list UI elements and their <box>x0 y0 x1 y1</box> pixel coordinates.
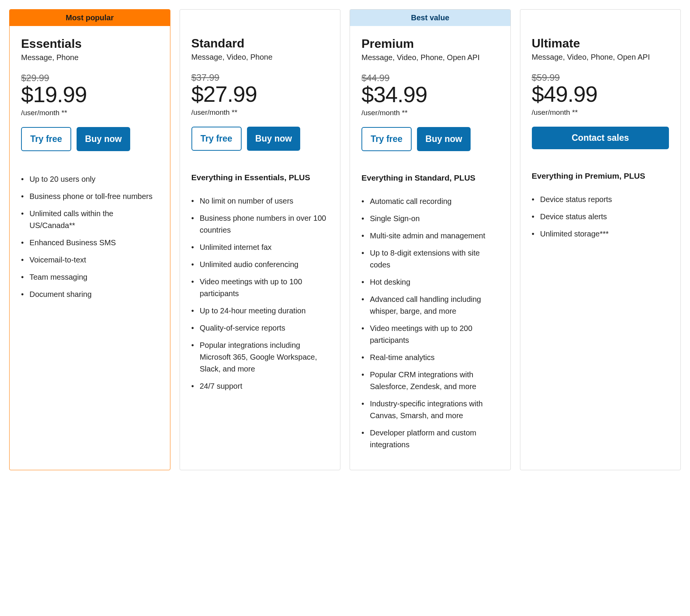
try-free-button[interactable]: Try free <box>361 127 412 151</box>
feature-item: Unlimited calls within the US/Canada** <box>21 208 159 231</box>
feature-item: Real-time analytics <box>361 352 499 363</box>
feature-item: Single Sign-on <box>361 213 499 225</box>
plan-badge: Most popular <box>10 10 170 26</box>
feature-item: Device status alerts <box>532 211 669 223</box>
buy-now-button[interactable]: Buy now <box>77 127 130 151</box>
feature-item: Hot desking <box>361 276 499 288</box>
plan-price-unit: /user/month ** <box>21 109 159 117</box>
plan-card-premium: Best valuePremiumMessage, Video, Phone, … <box>350 9 511 470</box>
feature-item: Video meetings with up to 100 participan… <box>191 276 329 300</box>
plus-heading: Everything in Premium, PLUS <box>532 171 669 181</box>
plan-body: UltimateMessage, Video, Phone, Open API$… <box>520 10 681 470</box>
plan-price: $49.99 <box>532 83 669 105</box>
feature-list: Up to 20 users onlyBusiness phone or tol… <box>21 173 159 306</box>
plan-price: $34.99 <box>361 83 499 106</box>
plan-badge: Best value <box>350 10 510 26</box>
plan-price-unit: /user/month ** <box>532 108 669 117</box>
cta-row: Try freeBuy now <box>21 127 159 151</box>
plan-body: EssentialsMessage, Phone$29.99$19.99/use… <box>10 26 170 470</box>
plus-heading: Everything in Standard, PLUS <box>361 173 499 183</box>
feature-item: Up to 24-hour meeting duration <box>191 305 329 317</box>
plan-name: Ultimate <box>532 36 669 51</box>
plan-price: $19.99 <box>21 83 159 106</box>
feature-list: Device status reportsDevice status alert… <box>532 194 669 245</box>
feature-item: Unlimited internet fax <box>191 241 329 253</box>
feature-item: Up to 8-digit extensions with site codes <box>361 247 499 271</box>
feature-list: Automatic call recordingSingle Sign-onMu… <box>361 196 499 456</box>
feature-item: Business phone numbers in over 100 count… <box>191 212 329 236</box>
buy-now-button[interactable]: Buy now <box>247 127 301 151</box>
feature-item: Industry-specific integrations with Canv… <box>361 398 499 422</box>
buy-now-button[interactable]: Buy now <box>417 127 471 151</box>
try-free-button[interactable]: Try free <box>21 127 71 151</box>
cta-row: Contact sales <box>532 127 669 149</box>
feature-item: Business phone or toll-free numbers <box>21 191 159 202</box>
plan-card-standard: StandardMessage, Video, Phone$37.99$27.9… <box>180 9 341 470</box>
feature-item: 24/7 support <box>191 380 329 392</box>
feature-item: Popular CRM integrations with Salesforce… <box>361 369 499 393</box>
feature-item: Multi-site admin and management <box>361 230 499 242</box>
contact-sales-button[interactable]: Contact sales <box>532 127 669 149</box>
feature-list: No limit on number of usersBusiness phon… <box>191 195 329 398</box>
feature-item: Quality-of-service reports <box>191 322 329 334</box>
feature-item: Device status reports <box>532 194 669 205</box>
plan-name: Standard <box>191 36 329 51</box>
plus-heading: Everything in Essentials, PLUS <box>191 173 329 182</box>
plan-card-essentials: Most popularEssentialsMessage, Phone$29.… <box>9 9 170 470</box>
feature-item: Team messaging <box>21 271 159 283</box>
pricing-plans: Most popularEssentialsMessage, Phone$29.… <box>9 9 681 470</box>
feature-item: Document sharing <box>21 288 159 300</box>
feature-item: Popular integrations including Microsoft… <box>191 339 329 375</box>
plan-tagline: Message, Video, Phone <box>191 53 329 62</box>
plan-price-unit: /user/month ** <box>191 108 329 117</box>
plan-tagline: Message, Phone <box>21 53 159 62</box>
feature-item: Voicemail-to-text <box>21 254 159 266</box>
plan-card-ultimate: UltimateMessage, Video, Phone, Open API$… <box>520 9 681 470</box>
plan-price-unit: /user/month ** <box>361 109 499 117</box>
feature-item: Developer platform and custom integratio… <box>361 427 499 451</box>
feature-item: Enhanced Business SMS <box>21 237 159 249</box>
feature-item: Advanced call handling including whisper… <box>361 293 499 317</box>
plan-price: $27.99 <box>191 83 329 105</box>
feature-item: Automatic call recording <box>361 196 499 207</box>
feature-item: Up to 20 users only <box>21 173 159 185</box>
plan-name: Premium <box>361 37 499 51</box>
cta-row: Try freeBuy now <box>191 127 329 151</box>
try-free-button[interactable]: Try free <box>191 127 242 151</box>
plan-name: Essentials <box>21 37 159 51</box>
plan-body: StandardMessage, Video, Phone$37.99$27.9… <box>180 10 340 470</box>
feature-item: Unlimited storage*** <box>532 228 669 240</box>
cta-row: Try freeBuy now <box>361 127 499 151</box>
feature-item: Unlimited audio conferencing <box>191 259 329 271</box>
feature-item: No limit on number of users <box>191 195 329 207</box>
plan-body: PremiumMessage, Video, Phone, Open API$4… <box>350 26 510 470</box>
feature-item: Video meetings with up to 200 participan… <box>361 323 499 346</box>
plan-tagline: Message, Video, Phone, Open API <box>532 53 669 62</box>
plan-tagline: Message, Video, Phone, Open API <box>361 53 499 62</box>
